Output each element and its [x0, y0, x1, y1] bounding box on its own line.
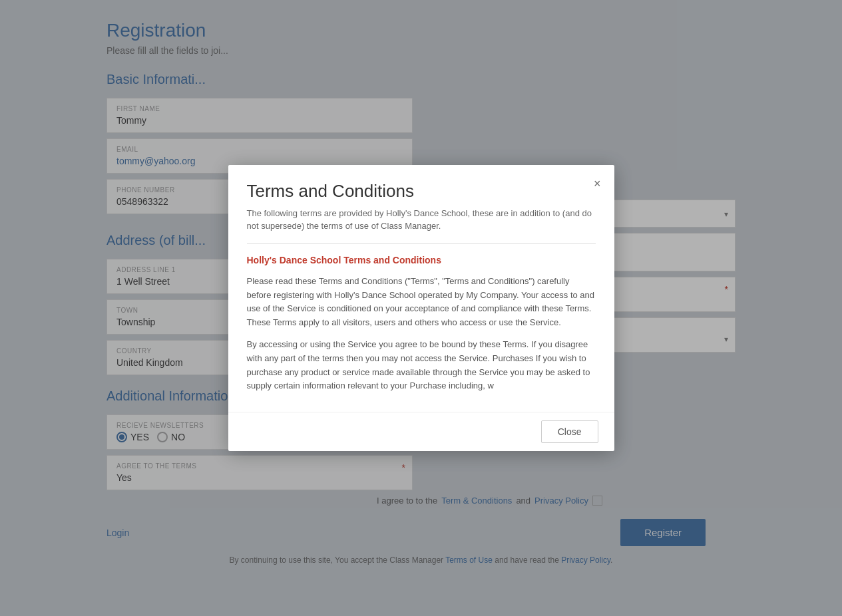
modal-title: Terms and Conditions: [247, 181, 596, 202]
modal-body: Holly's Dance School Terms and Condition…: [228, 244, 614, 412]
terms-modal: Terms and Conditions The following terms…: [228, 165, 614, 451]
modal-overlay: Terms and Conditions The following terms…: [0, 0, 842, 616]
modal-close-button[interactable]: ×: [594, 177, 601, 191]
modal-para2: By accessing or using the Service you ag…: [247, 338, 596, 393]
modal-footer: Close: [228, 412, 614, 451]
modal-para1: Please read these Terms and Conditions (…: [247, 275, 596, 330]
modal-school-title: Holly's Dance School Terms and Condition…: [247, 255, 596, 265]
modal-close-btn[interactable]: Close: [541, 420, 598, 443]
modal-subtitle: The following terms are provided by Holl…: [247, 207, 596, 233]
modal-header: Terms and Conditions The following terms…: [228, 165, 614, 243]
